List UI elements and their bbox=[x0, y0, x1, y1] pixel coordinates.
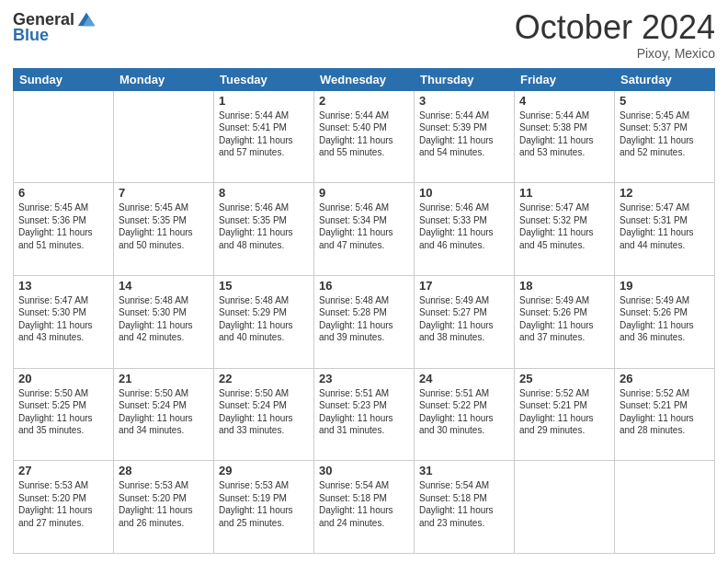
day-number: 23 bbox=[319, 372, 409, 385]
calendar-cell: 10Sunrise: 5:46 AMSunset: 5:33 PMDayligh… bbox=[415, 183, 515, 276]
calendar-cell: 5Sunrise: 5:45 AMSunset: 5:37 PMDaylight… bbox=[615, 90, 715, 183]
day-number: 8 bbox=[219, 186, 309, 200]
calendar-cell: 28Sunrise: 5:53 AMSunset: 5:20 PMDayligh… bbox=[114, 461, 214, 554]
day-info: Sunrise: 5:50 AMSunset: 5:25 PMDaylight:… bbox=[18, 387, 108, 437]
day-info: Sunrise: 5:44 AMSunset: 5:41 PMDaylight:… bbox=[219, 109, 309, 159]
calendar-cell: 19Sunrise: 5:49 AMSunset: 5:26 PMDayligh… bbox=[615, 275, 715, 368]
day-info: Sunrise: 5:51 AMSunset: 5:23 PMDaylight:… bbox=[319, 387, 409, 437]
day-number: 12 bbox=[620, 186, 710, 200]
day-info: Sunrise: 5:48 AMSunset: 5:29 PMDaylight:… bbox=[219, 294, 309, 344]
calendar-cell: 23Sunrise: 5:51 AMSunset: 5:23 PMDayligh… bbox=[314, 368, 415, 461]
day-number: 6 bbox=[18, 186, 108, 200]
day-number: 22 bbox=[219, 372, 309, 385]
calendar-cell: 14Sunrise: 5:48 AMSunset: 5:30 PMDayligh… bbox=[114, 275, 214, 368]
day-info: Sunrise: 5:52 AMSunset: 5:21 PMDaylight:… bbox=[519, 387, 609, 437]
day-number: 13 bbox=[18, 279, 108, 293]
calendar-cell: 3Sunrise: 5:44 AMSunset: 5:39 PMDaylight… bbox=[415, 90, 515, 183]
calendar-cell: 15Sunrise: 5:48 AMSunset: 5:29 PMDayligh… bbox=[214, 275, 314, 368]
day-info: Sunrise: 5:49 AMSunset: 5:26 PMDaylight:… bbox=[620, 294, 710, 344]
calendar-header-row: Sunday Monday Tuesday Wednesday Thursday… bbox=[14, 68, 715, 90]
day-info: Sunrise: 5:45 AMSunset: 5:37 PMDaylight:… bbox=[620, 109, 710, 159]
calendar-cell: 2Sunrise: 5:44 AMSunset: 5:40 PMDaylight… bbox=[314, 90, 415, 183]
calendar-table: Sunday Monday Tuesday Wednesday Thursday… bbox=[13, 68, 715, 554]
day-info: Sunrise: 5:48 AMSunset: 5:28 PMDaylight:… bbox=[319, 294, 409, 344]
week-row-3: 13Sunrise: 5:47 AMSunset: 5:30 PMDayligh… bbox=[14, 275, 715, 368]
calendar-cell: 8Sunrise: 5:46 AMSunset: 5:35 PMDaylight… bbox=[214, 183, 314, 276]
week-row-2: 6Sunrise: 5:45 AMSunset: 5:36 PMDaylight… bbox=[14, 183, 715, 276]
day-number: 20 bbox=[18, 372, 108, 385]
week-row-4: 20Sunrise: 5:50 AMSunset: 5:25 PMDayligh… bbox=[14, 368, 715, 461]
calendar-cell: 16Sunrise: 5:48 AMSunset: 5:28 PMDayligh… bbox=[314, 275, 415, 368]
day-info: Sunrise: 5:49 AMSunset: 5:26 PMDaylight:… bbox=[519, 294, 609, 344]
day-info: Sunrise: 5:46 AMSunset: 5:33 PMDaylight:… bbox=[419, 201, 509, 251]
day-number: 1 bbox=[219, 94, 309, 108]
day-info: Sunrise: 5:50 AMSunset: 5:24 PMDaylight:… bbox=[119, 387, 209, 437]
day-number: 24 bbox=[419, 372, 509, 385]
header: General Blue October 2024 Pixoy, Mexico bbox=[13, 9, 715, 61]
logo-icon bbox=[76, 9, 97, 29]
calendar-cell: 13Sunrise: 5:47 AMSunset: 5:30 PMDayligh… bbox=[14, 275, 114, 368]
day-info: Sunrise: 5:45 AMSunset: 5:36 PMDaylight:… bbox=[18, 201, 108, 251]
week-row-1: 1Sunrise: 5:44 AMSunset: 5:41 PMDaylight… bbox=[14, 90, 715, 183]
day-number: 10 bbox=[419, 186, 509, 200]
col-friday: Friday bbox=[515, 68, 615, 90]
day-number: 28 bbox=[119, 464, 209, 477]
day-info: Sunrise: 5:47 AMSunset: 5:32 PMDaylight:… bbox=[519, 201, 609, 251]
calendar-cell: 24Sunrise: 5:51 AMSunset: 5:22 PMDayligh… bbox=[415, 368, 515, 461]
day-number: 29 bbox=[219, 464, 309, 477]
day-number: 18 bbox=[519, 279, 609, 293]
day-number: 9 bbox=[319, 186, 409, 200]
calendar-cell bbox=[615, 461, 715, 554]
day-number: 3 bbox=[419, 94, 509, 108]
day-number: 15 bbox=[219, 279, 309, 293]
calendar-cell: 20Sunrise: 5:50 AMSunset: 5:25 PMDayligh… bbox=[14, 368, 114, 461]
logo-blue-text: Blue bbox=[13, 26, 49, 45]
calendar-cell bbox=[515, 461, 615, 554]
calendar-cell: 30Sunrise: 5:54 AMSunset: 5:18 PMDayligh… bbox=[314, 461, 415, 554]
day-info: Sunrise: 5:53 AMSunset: 5:19 PMDaylight:… bbox=[219, 479, 309, 529]
day-info: Sunrise: 5:47 AMSunset: 5:30 PMDaylight:… bbox=[18, 294, 108, 344]
week-row-5: 27Sunrise: 5:53 AMSunset: 5:20 PMDayligh… bbox=[14, 461, 715, 554]
day-number: 2 bbox=[319, 94, 409, 108]
calendar-cell: 11Sunrise: 5:47 AMSunset: 5:32 PMDayligh… bbox=[515, 183, 615, 276]
day-info: Sunrise: 5:48 AMSunset: 5:30 PMDaylight:… bbox=[119, 294, 209, 344]
day-info: Sunrise: 5:54 AMSunset: 5:18 PMDaylight:… bbox=[419, 479, 509, 529]
day-number: 31 bbox=[419, 464, 509, 477]
day-info: Sunrise: 5:45 AMSunset: 5:35 PMDaylight:… bbox=[119, 201, 209, 251]
day-number: 17 bbox=[419, 279, 509, 293]
day-number: 14 bbox=[119, 279, 209, 293]
calendar-cell bbox=[114, 90, 214, 183]
calendar-cell: 27Sunrise: 5:53 AMSunset: 5:20 PMDayligh… bbox=[14, 461, 114, 554]
calendar-cell: 7Sunrise: 5:45 AMSunset: 5:35 PMDaylight… bbox=[114, 183, 214, 276]
col-tuesday: Tuesday bbox=[214, 68, 314, 90]
calendar-cell bbox=[14, 90, 114, 183]
day-number: 19 bbox=[620, 279, 710, 293]
day-info: Sunrise: 5:44 AMSunset: 5:38 PMDaylight:… bbox=[519, 109, 609, 159]
logo: General Blue bbox=[13, 9, 97, 45]
day-number: 30 bbox=[319, 464, 409, 477]
day-number: 25 bbox=[519, 372, 609, 385]
calendar-cell: 21Sunrise: 5:50 AMSunset: 5:24 PMDayligh… bbox=[114, 368, 214, 461]
title-block: October 2024 Pixoy, Mexico bbox=[515, 9, 715, 61]
month-title: October 2024 bbox=[515, 9, 715, 46]
day-number: 5 bbox=[620, 94, 710, 108]
col-monday: Monday bbox=[114, 68, 214, 90]
calendar-cell: 12Sunrise: 5:47 AMSunset: 5:31 PMDayligh… bbox=[615, 183, 715, 276]
location: Pixoy, Mexico bbox=[515, 46, 715, 61]
calendar-cell: 4Sunrise: 5:44 AMSunset: 5:38 PMDaylight… bbox=[515, 90, 615, 183]
day-info: Sunrise: 5:46 AMSunset: 5:35 PMDaylight:… bbox=[219, 201, 309, 251]
day-number: 16 bbox=[319, 279, 409, 293]
day-number: 26 bbox=[620, 372, 710, 385]
calendar-cell: 26Sunrise: 5:52 AMSunset: 5:21 PMDayligh… bbox=[615, 368, 715, 461]
col-sunday: Sunday bbox=[14, 68, 114, 90]
calendar-cell: 18Sunrise: 5:49 AMSunset: 5:26 PMDayligh… bbox=[515, 275, 615, 368]
calendar-cell: 25Sunrise: 5:52 AMSunset: 5:21 PMDayligh… bbox=[515, 368, 615, 461]
day-info: Sunrise: 5:51 AMSunset: 5:22 PMDaylight:… bbox=[419, 387, 509, 437]
day-info: Sunrise: 5:44 AMSunset: 5:39 PMDaylight:… bbox=[419, 109, 509, 159]
calendar-cell: 31Sunrise: 5:54 AMSunset: 5:18 PMDayligh… bbox=[415, 461, 515, 554]
day-info: Sunrise: 5:49 AMSunset: 5:27 PMDaylight:… bbox=[419, 294, 509, 344]
day-info: Sunrise: 5:53 AMSunset: 5:20 PMDaylight:… bbox=[18, 479, 108, 529]
day-info: Sunrise: 5:50 AMSunset: 5:24 PMDaylight:… bbox=[219, 387, 309, 437]
day-number: 11 bbox=[519, 186, 609, 200]
calendar-cell: 29Sunrise: 5:53 AMSunset: 5:19 PMDayligh… bbox=[214, 461, 314, 554]
